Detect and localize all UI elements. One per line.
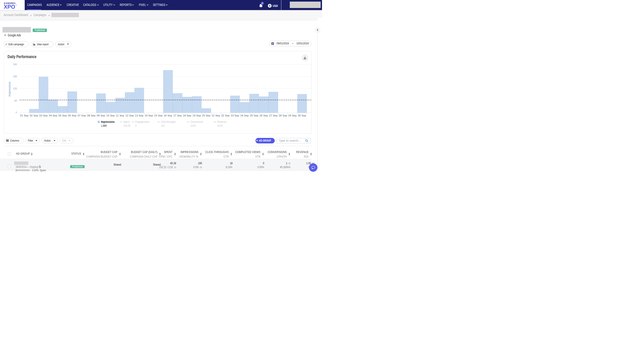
svg-text:19 Sep: 19 Sep [192, 114, 201, 117]
svg-text:13 Sep: 13 Sep [135, 114, 144, 117]
svg-text:120: 120 [13, 87, 17, 90]
svg-text:Impressions: Impressions [8, 82, 11, 97]
svg-text:01 Sep: 01 Sep [20, 114, 28, 117]
svg-text:24 Sep: 24 Sep [240, 114, 249, 117]
svg-text:21 Sep: 21 Sep [212, 114, 220, 117]
svg-text:28 Sep: 28 Sep [278, 114, 287, 117]
svg-text:04 Sep: 04 Sep [49, 114, 57, 117]
svg-text:180: 180 [13, 75, 17, 78]
svg-text:240: 240 [13, 63, 17, 66]
svg-text:16 Sep: 16 Sep [164, 114, 172, 117]
svg-text:10 Sep: 10 Sep [106, 114, 115, 117]
svg-text:20 Sep: 20 Sep [202, 114, 210, 117]
svg-text:11 Sep: 11 Sep [116, 114, 124, 117]
svg-text:08 Sep: 08 Sep [87, 114, 96, 117]
svg-text:12 Sep: 12 Sep [126, 114, 134, 117]
svg-text:60: 60 [14, 99, 17, 102]
svg-text:26 Sep: 26 Sep [260, 114, 268, 117]
svg-text:02 Sep: 02 Sep [30, 114, 38, 117]
svg-text:15 Sep: 15 Sep [154, 114, 162, 117]
svg-text:03 Sep: 03 Sep [39, 114, 48, 117]
svg-text:25 Sep: 25 Sep [250, 114, 258, 117]
svg-text:05 Sep: 05 Sep [58, 114, 67, 117]
svg-text:0: 0 [16, 111, 17, 114]
svg-text:22 Sep: 22 Sep [221, 114, 230, 117]
svg-text:23 Sep: 23 Sep [231, 114, 239, 117]
svg-text:09 Sep: 09 Sep [97, 114, 105, 117]
svg-text:30 Sep: 30 Sep [298, 114, 306, 117]
svg-text:18 Sep: 18 Sep [183, 114, 191, 117]
svg-text:TM: TM [16, 5, 17, 6]
svg-text:07 Sep: 07 Sep [78, 114, 86, 117]
svg-text:06 Sep: 06 Sep [68, 114, 76, 117]
svg-text:17 Sep: 17 Sep [173, 114, 182, 117]
svg-text:XPO: XPO [4, 4, 15, 9]
svg-text:27 Sep: 27 Sep [269, 114, 278, 117]
svg-text:14 Sep: 14 Sep [144, 114, 153, 117]
svg-text:29 Sep: 29 Sep [288, 114, 297, 117]
svg-text:$: $ [269, 4, 270, 7]
